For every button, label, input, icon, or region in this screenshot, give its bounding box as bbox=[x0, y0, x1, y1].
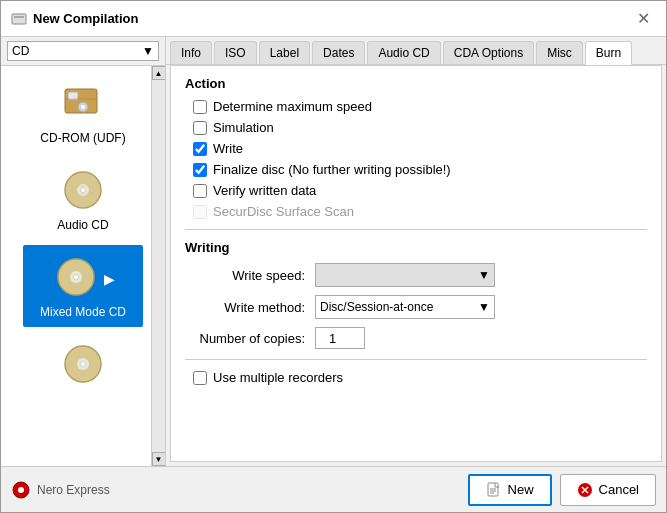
securdisc-label: SecurDisc Surface Scan bbox=[213, 204, 354, 219]
footer-left: Nero Express bbox=[11, 480, 110, 500]
cd-dropdown-label: CD bbox=[12, 44, 29, 58]
mixedmode-icon bbox=[52, 253, 100, 301]
write-speed-row: Write speed: ▼ bbox=[185, 263, 647, 287]
app-label: Nero Express bbox=[37, 483, 110, 497]
main-window: New Compilation ✕ CD ▼ bbox=[0, 0, 667, 513]
action-section-label: Action bbox=[185, 76, 647, 91]
multiple-recorders-label: Use multiple recorders bbox=[213, 370, 343, 385]
write-label: Write bbox=[213, 141, 243, 156]
finalize-checkbox[interactable] bbox=[193, 163, 207, 177]
audiocd-icon bbox=[59, 166, 107, 214]
write-row: Write bbox=[193, 141, 647, 156]
write-method-value: Disc/Session-at-once bbox=[320, 300, 433, 314]
securdisc-row: SecurDisc Surface Scan bbox=[193, 204, 647, 219]
simulation-row: Simulation bbox=[193, 120, 647, 135]
write-method-row: Write method: Disc/Session-at-once ▼ bbox=[185, 295, 647, 319]
write-speed-select[interactable]: ▼ bbox=[315, 263, 495, 287]
right-panel: Info ISO Label Dates Audio CD CDA Option… bbox=[166, 37, 666, 466]
dropdown-arrow-icon: ▼ bbox=[142, 44, 154, 58]
cancel-button-label: Cancel bbox=[599, 482, 639, 497]
svg-rect-0 bbox=[12, 14, 26, 24]
section-divider bbox=[185, 229, 647, 230]
writing-bottom-divider bbox=[185, 359, 647, 360]
svg-point-13 bbox=[73, 275, 78, 280]
write-speed-label: Write speed: bbox=[185, 268, 315, 283]
cancel-button[interactable]: Cancel bbox=[560, 474, 656, 506]
write-checkbox[interactable] bbox=[193, 142, 207, 156]
close-button[interactable]: ✕ bbox=[631, 7, 656, 30]
simulation-label: Simulation bbox=[213, 120, 274, 135]
tab-info[interactable]: Info bbox=[170, 41, 212, 64]
left-panel: CD ▼ bbox=[1, 37, 166, 466]
tab-iso[interactable]: ISO bbox=[214, 41, 257, 64]
finalize-row: Finalize disc (No further writing possib… bbox=[193, 162, 647, 177]
svg-point-18 bbox=[18, 487, 24, 493]
securdisc-checkbox bbox=[193, 205, 207, 219]
max-speed-label: Determine maximum speed bbox=[213, 99, 372, 114]
max-speed-row: Determine maximum speed bbox=[193, 99, 647, 114]
svg-point-16 bbox=[81, 362, 86, 367]
new-button-label: New bbox=[508, 482, 534, 497]
tab-burn[interactable]: Burn bbox=[585, 41, 632, 65]
new-button[interactable]: New bbox=[468, 474, 552, 506]
tab-bar: Info ISO Label Dates Audio CD CDA Option… bbox=[166, 37, 666, 65]
verify-row: Verify written data bbox=[193, 183, 647, 198]
extra-disc-icon bbox=[59, 340, 107, 388]
writing-section: Write speed: ▼ Write method: Disc/Sessio… bbox=[185, 263, 647, 349]
num-copies-row: Number of copies: bbox=[185, 327, 647, 349]
svg-point-9 bbox=[81, 188, 86, 193]
write-method-label: Write method: bbox=[185, 300, 315, 315]
left-panel-header: CD ▼ bbox=[1, 37, 165, 66]
tab-misc[interactable]: Misc bbox=[536, 41, 583, 64]
disc-item-mixedmode[interactable]: ▶ Mixed Mode CD bbox=[23, 245, 143, 327]
disc-item-audiocd[interactable]: Audio CD bbox=[23, 158, 143, 240]
verify-label: Verify written data bbox=[213, 183, 316, 198]
disc-item-cdrom[interactable]: CD-ROM (UDF) bbox=[23, 71, 143, 153]
mixedmode-row: ▶ bbox=[31, 253, 135, 305]
write-speed-arrow-icon: ▼ bbox=[478, 268, 490, 282]
scroll-down-button[interactable]: ▼ bbox=[152, 452, 166, 466]
mixedmode-label: Mixed Mode CD bbox=[40, 305, 126, 319]
scroll-up-button[interactable]: ▲ bbox=[152, 66, 166, 80]
tab-cda-options[interactable]: CDA Options bbox=[443, 41, 534, 64]
cdrom-label: CD-ROM (UDF) bbox=[40, 131, 125, 145]
mixedmode-arrow-icon: ▶ bbox=[104, 271, 115, 287]
tab-audiocd[interactable]: Audio CD bbox=[367, 41, 440, 64]
disc-item-extra[interactable] bbox=[23, 332, 143, 400]
app-icon bbox=[11, 480, 31, 500]
burn-tab-content: Action Determine maximum speed Simulatio… bbox=[170, 65, 662, 462]
multiple-recorders-checkbox[interactable] bbox=[193, 371, 207, 385]
num-copies-input[interactable] bbox=[315, 327, 365, 349]
writing-section-label: Writing bbox=[185, 240, 647, 255]
tab-dates[interactable]: Dates bbox=[312, 41, 365, 64]
finalize-label: Finalize disc (No further writing possib… bbox=[213, 162, 451, 177]
tab-label[interactable]: Label bbox=[259, 41, 310, 64]
multiple-recorders-row: Use multiple recorders bbox=[193, 370, 647, 385]
cancel-icon bbox=[577, 482, 593, 498]
cd-type-dropdown[interactable]: CD ▼ bbox=[7, 41, 159, 61]
write-method-select[interactable]: Disc/Session-at-once ▼ bbox=[315, 295, 495, 319]
main-content: CD ▼ bbox=[1, 37, 666, 466]
svg-rect-1 bbox=[14, 16, 24, 18]
svg-point-6 bbox=[81, 105, 85, 109]
disc-list: CD-ROM (UDF) Audio CD bbox=[1, 66, 165, 466]
num-copies-label: Number of copies: bbox=[185, 331, 315, 346]
verify-checkbox[interactable] bbox=[193, 184, 207, 198]
footer: Nero Express New Cancel bbox=[1, 466, 666, 512]
scroll-track: ▲ ▼ bbox=[151, 66, 165, 466]
audiocd-label: Audio CD bbox=[57, 218, 108, 232]
cdrom-icon bbox=[59, 79, 107, 127]
write-method-arrow-icon: ▼ bbox=[478, 300, 490, 314]
window-icon bbox=[11, 11, 27, 27]
simulation-checkbox[interactable] bbox=[193, 121, 207, 135]
max-speed-checkbox[interactable] bbox=[193, 100, 207, 114]
window-title: New Compilation bbox=[33, 11, 138, 26]
footer-buttons: New Cancel bbox=[468, 474, 656, 506]
title-bar: New Compilation ✕ bbox=[1, 1, 666, 37]
title-bar-left: New Compilation bbox=[11, 11, 138, 27]
new-doc-icon bbox=[486, 482, 502, 498]
